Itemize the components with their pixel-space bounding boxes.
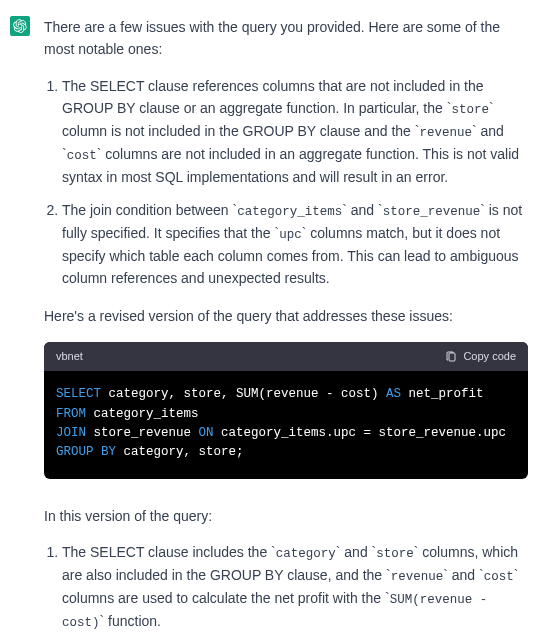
inline-code: revenue <box>419 126 472 140</box>
list-item: The join condition between `category_ite… <box>62 199 528 290</box>
list-item: The SELECT clause includes the `category… <box>62 541 528 633</box>
revised-intro: Here's a revised version of the query th… <box>44 305 528 327</box>
assistant-avatar <box>10 16 30 36</box>
inline-code: category_items <box>237 205 342 219</box>
text-segment: and <box>477 123 504 139</box>
copy-code-button[interactable]: Copy code <box>445 348 516 366</box>
inline-code: category <box>276 547 336 561</box>
text-segment: columns are not included in an aggregate… <box>62 146 519 185</box>
text-segment: The join condition between <box>62 202 232 218</box>
openai-icon <box>13 19 27 33</box>
inline-code: store_revenue <box>383 205 481 219</box>
text-segment: and <box>448 567 479 583</box>
inline-code: revenue <box>391 570 444 584</box>
issues-list: The SELECT clause references columns tha… <box>44 75 528 290</box>
text-segment: The SELECT clause includes the <box>62 544 271 560</box>
explain-list: The SELECT clause includes the `category… <box>44 541 528 636</box>
text-segment: columns are used to calculate the net pr… <box>62 590 385 606</box>
inline-code: store <box>451 103 489 117</box>
text-segment: and <box>340 544 371 560</box>
assistant-content: There are a few issues with the query yo… <box>44 16 534 636</box>
intro-paragraph: There are a few issues with the query yo… <box>44 16 528 61</box>
inline-code: upc <box>279 228 302 242</box>
list-item: The SELECT clause references columns tha… <box>62 75 528 189</box>
copy-label: Copy code <box>463 348 516 366</box>
code-language-label: vbnet <box>56 348 83 366</box>
explain-intro: In this version of the query: <box>44 505 528 527</box>
inline-code: store <box>376 547 414 561</box>
code-header: vbnet Copy code <box>44 342 528 372</box>
code-block: vbnet Copy code SELECT category, store, … <box>44 342 528 479</box>
text-segment: function. <box>104 613 161 629</box>
inline-code: cost <box>484 570 514 584</box>
text-segment: and <box>347 202 378 218</box>
text-segment: column is not included in the GROUP BY c… <box>62 123 415 139</box>
code-content[interactable]: SELECT category, store, SUM(revenue - co… <box>44 371 528 479</box>
inline-code: cost <box>67 149 97 163</box>
assistant-message: There are a few issues with the query yo… <box>0 0 544 636</box>
clipboard-icon <box>445 351 457 363</box>
text-segment: The SELECT clause references columns tha… <box>62 78 484 116</box>
svg-rect-0 <box>449 353 455 361</box>
